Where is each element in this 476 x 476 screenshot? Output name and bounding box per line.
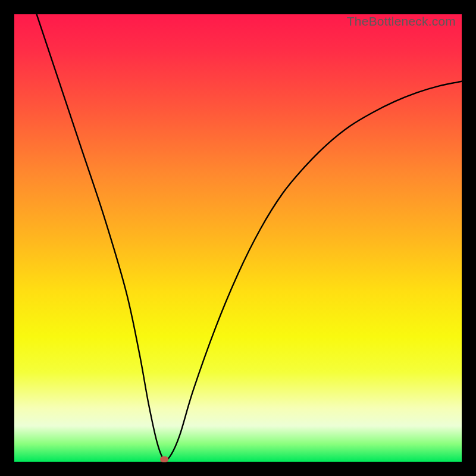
watermark-text: TheBottleneck.com (347, 14, 456, 29)
bottleneck-curve (14, 14, 462, 462)
minimum-marker (160, 456, 168, 462)
chart-area: TheBottleneck.com (14, 14, 462, 462)
